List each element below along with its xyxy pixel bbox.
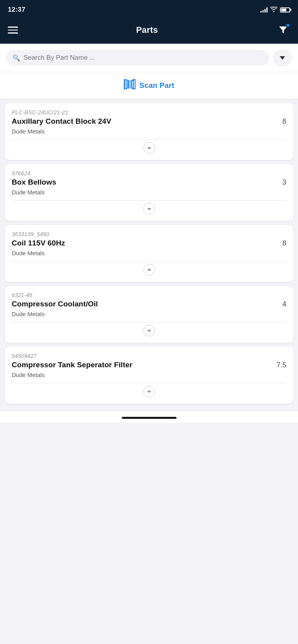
page-title: Parts — [136, 25, 158, 35]
signal-icon — [261, 7, 268, 12]
part-quantity: 8 — [282, 239, 286, 247]
search-input[interactable] — [23, 54, 263, 62]
wifi-icon — [270, 7, 277, 13]
scan-section[interactable]: Scan Part — [0, 72, 298, 99]
part-sku: 976624 — [12, 170, 286, 176]
part-supplier: Dude Metals — [12, 189, 286, 196]
expand-button[interactable] — [143, 325, 155, 336]
search-wrapper: 🔍 — [6, 50, 269, 66]
svg-rect-8 — [124, 79, 125, 82]
home-bar — [122, 417, 177, 419]
part-expand-area — [12, 383, 286, 400]
part-name: Box Bellows — [12, 178, 56, 187]
svg-rect-2 — [127, 80, 129, 89]
part-name: Compressor Coolant/Oil — [12, 300, 98, 308]
scan-part-label: Scan Part — [139, 81, 174, 90]
part-card: PLC-BSC-24UC/21-21 Auxillary Contact Blo… — [5, 103, 293, 160]
chevron-down-icon — [147, 208, 151, 210]
filter-button[interactable] — [276, 23, 290, 37]
status-bar: 12:37 — [0, 0, 298, 19]
part-quantity: 4 — [282, 300, 286, 308]
svg-rect-17 — [135, 87, 136, 89]
part-sku: 3633139_5490 — [12, 231, 286, 237]
parts-list: PLC-BSC-24UC/21-21 Auxillary Contact Blo… — [0, 99, 298, 407]
part-card: 976624 Box Bellows 3 Dude Metals — [5, 164, 293, 221]
part-name: Coil 115V 60Hz — [12, 239, 65, 247]
part-sku: 6321-46 — [12, 292, 286, 298]
chevron-down-icon — [147, 269, 151, 271]
menu-button[interactable] — [8, 27, 18, 34]
part-card: 3633139_5490 Coil 115V 60Hz 8 Dude Metal… — [5, 225, 293, 282]
svg-rect-4 — [131, 80, 132, 89]
expand-button[interactable] — [143, 264, 155, 276]
barcode-icon — [124, 79, 136, 92]
part-card: 54509427 Compressor Tank Seperator Filte… — [5, 347, 293, 404]
filter-active-dot — [286, 23, 290, 28]
status-icons — [261, 7, 290, 13]
part-name-row: Compressor Tank Seperator Filter 7.5 — [12, 361, 286, 369]
svg-rect-9 — [126, 79, 127, 81]
home-indicator-area — [0, 411, 298, 423]
search-area: 🔍 — [0, 44, 298, 72]
header: Parts — [0, 19, 298, 44]
part-supplier: Dude Metals — [12, 372, 286, 378]
part-supplier: Dude Metals — [12, 128, 286, 135]
part-name-row: Compressor Coolant/Oil 4 — [12, 300, 286, 308]
svg-rect-11 — [135, 79, 136, 82]
part-expand-area — [12, 261, 286, 279]
part-supplier: Dude Metals — [12, 250, 286, 256]
part-expand-area — [12, 200, 286, 218]
part-name: Compressor Tank Seperator Filter — [12, 361, 132, 369]
chevron-down-icon — [147, 391, 151, 393]
chevron-down-icon — [147, 330, 151, 332]
svg-rect-3 — [130, 80, 130, 89]
svg-rect-15 — [126, 88, 127, 89]
svg-rect-14 — [124, 87, 125, 89]
part-sku: 54509427 — [12, 353, 286, 359]
part-supplier: Dude Metals — [12, 311, 286, 317]
status-time: 12:37 — [8, 6, 25, 14]
expand-button[interactable] — [143, 142, 155, 154]
part-quantity: 7.5 — [277, 361, 286, 369]
part-sku: PLC-BSC-24UC/21-21 — [12, 109, 286, 116]
part-quantity: 8 — [282, 117, 286, 126]
part-name: Auxillary Contact Block 24V — [12, 117, 111, 126]
search-icon: 🔍 — [12, 54, 20, 62]
chevron-down-icon — [280, 56, 285, 60]
search-dropdown-button[interactable] — [273, 49, 292, 66]
part-name-row: Auxillary Contact Block 24V 8 — [12, 117, 286, 126]
battery-icon — [280, 7, 290, 12]
svg-rect-18 — [132, 88, 133, 89]
part-quantity: 3 — [282, 178, 286, 187]
part-card: 6321-46 Compressor Coolant/Oil 4 Dude Me… — [5, 286, 293, 343]
part-name-row: Coil 115V 60Hz 8 — [12, 239, 286, 247]
expand-button[interactable] — [143, 203, 155, 215]
expand-button[interactable] — [143, 386, 155, 397]
part-expand-area — [12, 322, 286, 340]
svg-rect-12 — [132, 79, 133, 81]
svg-rect-5 — [133, 80, 134, 89]
part-name-row: Box Bellows 3 — [12, 178, 286, 187]
part-expand-area — [12, 139, 286, 157]
svg-rect-1 — [126, 80, 127, 89]
chevron-down-icon — [147, 147, 151, 149]
